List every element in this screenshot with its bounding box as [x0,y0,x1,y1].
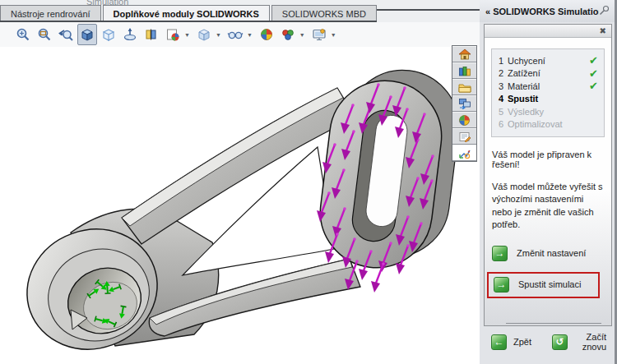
wizard-titlebar: ✖ [485,25,611,38]
wizard-steps: 1 Uchycení ✔ 2 Zatížení ✔ 3 Materiál ✔ 4… [491,48,605,137]
commandmanager-tab-strip: Simulation Nástroje rendrování Doplňkové… [0,0,480,22]
check-icon: ✔ [589,81,598,91]
edit-appearance-icon[interactable] [163,24,183,45]
step-material[interactable]: 3 Materiál ✔ [499,80,598,93]
simulationxpress-icon[interactable] [452,145,476,161]
3d-model-canvas[interactable] [0,47,480,364]
display-style-icon[interactable] [194,24,214,45]
graphics-area[interactable] [0,47,480,364]
panel-header: « SOLIDWORKS SimulationXp... [480,0,615,22]
wizard-content: ✖ 1 Uchycení ✔ 2 Zatížení ✔ 3 Materiál ✔ [484,24,612,326]
solidworks-resources-icon[interactable] [452,46,476,62]
simulationxpress-panel: « SOLIDWORKS SimulationXp... ✖ 1 Uchycen… [480,0,617,364]
view-settings-dropdown[interactable]: ▼ [331,32,336,38]
section-view-icon[interactable] [120,24,140,45]
back-button[interactable]: ← [491,334,507,350]
hide-show-items-icon[interactable] [225,24,245,45]
restart-button[interactable]: ↺ [552,334,568,350]
display-style-dropdown[interactable]: ▼ [216,32,221,38]
commandmanager-tabs: Nástroje rendrování Doplňkové moduly SOL… [0,5,378,22]
check-icon: ✔ [589,55,598,66]
highlight-red-box: → Spustit simulaci [487,272,600,298]
apply-scene-dropdown[interactable]: ▼ [299,32,305,38]
zoom-previous-icon[interactable] [56,24,76,45]
run-simulation-label[interactable]: Spustit simulaci [518,279,581,289]
design-library-icon[interactable] [452,62,476,79]
view-orientation-icon[interactable] [141,24,161,45]
zoom-to-area-icon[interactable] [35,24,54,45]
view-toolbar: ▼ ▼ ▼ ▼ ▼ [0,22,480,47]
edit-appearance-dropdown[interactable]: ▼ [184,32,190,38]
tab-solidworks-mbd[interactable]: SOLIDWORKS MBD [271,5,377,22]
run-simulation-row: → Spustit simulaci [494,277,595,293]
change-settings-row: → Změnit nastavení [492,246,611,261]
view-palette-icon[interactable] [452,95,476,112]
tab-doplnkove-moduly-solidworks[interactable]: Doplňkové moduly SOLIDWORKS [103,5,270,22]
realview-icon[interactable] [257,24,276,45]
wireframe-icon[interactable] [99,24,118,45]
change-settings-label[interactable]: Změnit nastavení [517,248,586,258]
step-uchyceni[interactable]: 1 Uchycení ✔ [499,54,598,67]
view-settings-icon[interactable] [309,24,329,45]
task-pane-tab-strip [452,45,477,162]
step-optimalizovat: 6 Optimalizovat [499,118,598,131]
step-spustit[interactable]: 4 Spustit [499,93,598,106]
change-settings-button[interactable]: → [492,246,508,261]
custom-properties-icon[interactable] [452,128,476,145]
appearances-scenes-icon[interactable] [452,112,476,128]
solidworks-window: Simulation Nástroje rendrování Doplňkové… [0,0,617,364]
ready-message: Váš model je připraven k řešení! [492,150,603,169]
apply-scene-icon[interactable] [278,24,298,45]
shaded-with-edges-icon[interactable] [77,24,97,45]
check-icon: ✔ [589,68,598,79]
wizard-footer: ← Zpět ↺ Začít znovu [491,332,606,352]
panel-title: « SOLIDWORKS SimulationXp... [485,7,599,16]
file-explorer-icon[interactable] [452,79,476,95]
pushpin-icon[interactable] [599,5,610,17]
step-zatizeni[interactable]: 2 Zatížení ✔ [499,67,598,81]
zoom-to-fit-icon[interactable] [13,24,33,45]
back-label[interactable]: Zpět [513,337,531,347]
run-simulation-button[interactable]: → [494,277,509,293]
close-panel-icon[interactable]: ✖ [600,27,606,35]
document-top-border [377,9,480,11]
restart-label[interactable]: Začít znovu [573,332,606,352]
hide-show-items-dropdown[interactable]: ▼ [247,32,253,38]
step-vysledky: 5 Výsledky [499,105,598,118]
footer-divider [506,323,601,324]
tab-nastroje-rendrovani[interactable]: Nástroje rendrování [0,5,101,22]
instruction-text: Váš model můžete vyřešit s výchozími nas… [492,181,605,232]
